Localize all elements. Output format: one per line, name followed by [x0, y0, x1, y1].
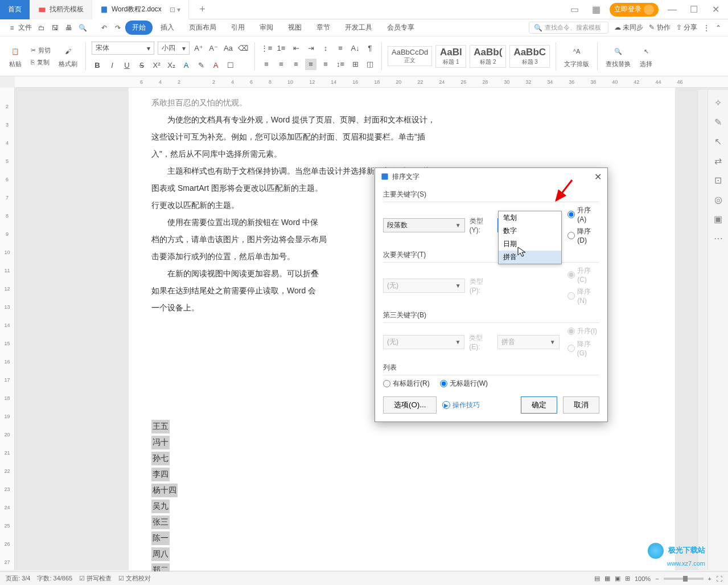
open-icon[interactable]: 🗀: [35, 22, 48, 34]
tab-review[interactable]: 审阅: [253, 21, 280, 35]
grow-font-icon[interactable]: A⁺: [193, 43, 204, 54]
minimize-button[interactable]: —: [664, 2, 680, 18]
fontfx-icon[interactable]: A: [180, 59, 192, 71]
page-status[interactable]: 页面: 3/4: [6, 574, 30, 583]
tab-layout[interactable]: 页面布局: [182, 21, 223, 35]
file-menu[interactable]: 文件: [18, 23, 32, 32]
selected-name-list[interactable]: 王五冯十孙七李四杨十四吴九张三陈一周八郑二赵六钱三蒋十二韩十三褚十一: [151, 418, 652, 585]
spell-check[interactable]: ☑ 拼写检查: [79, 574, 112, 583]
dropdown-option[interactable]: 笔划: [499, 211, 561, 224]
change-case-icon[interactable]: Aa: [223, 43, 234, 54]
border-icon[interactable]: ⊞: [349, 59, 361, 70]
close-button[interactable]: ✕: [708, 2, 723, 18]
key1-select[interactable]: 段落数▼: [383, 218, 465, 232]
indent-dec-icon[interactable]: ⇤: [290, 43, 302, 54]
shrink-font-icon[interactable]: A⁻: [208, 43, 219, 54]
tab-menu-icon[interactable]: ⊡ ▾: [170, 6, 180, 14]
sort-icon[interactable]: A↓: [349, 43, 361, 54]
view-icon-2[interactable]: ▦: [604, 575, 610, 582]
name-item[interactable]: 王五: [151, 420, 170, 433]
align-center-icon[interactable]: ≡: [275, 59, 287, 70]
style-normal[interactable]: AaBbCcDd正文: [388, 46, 432, 66]
name-item[interactable]: 冯十: [151, 436, 170, 449]
ruler-horizontal[interactable]: 6422468101214161820222426283032343638404…: [15, 76, 728, 88]
sidebar-icon-3[interactable]: ↖: [713, 136, 724, 147]
preview-icon[interactable]: 🔍: [76, 22, 89, 34]
key2-select[interactable]: (无)▼: [383, 279, 465, 293]
fill-icon[interactable]: ◫: [364, 59, 376, 70]
copy-button[interactable]: ⎘ 复制: [28, 58, 53, 67]
tab-section[interactable]: 章节: [310, 21, 337, 35]
zoom-out-icon[interactable]: −: [655, 575, 659, 582]
view-icon-3[interactable]: ▣: [615, 575, 620, 582]
sidebar-icon-8[interactable]: ⋯: [713, 232, 724, 244]
name-item[interactable]: 吴九: [151, 500, 170, 513]
name-item[interactable]: 杨十四: [151, 484, 178, 497]
zoom-in-icon[interactable]: +: [708, 575, 711, 582]
sidebar-icon-7[interactable]: ▣: [713, 213, 724, 224]
view-icon-4[interactable]: ⊞: [625, 575, 630, 582]
menu-icon[interactable]: ≡: [7, 23, 17, 33]
tab-start[interactable]: 开始: [125, 21, 153, 35]
redo-icon[interactable]: ↷: [112, 22, 124, 34]
scrollbar-vertical[interactable]: [698, 90, 708, 570]
sidebar-icon-5[interactable]: ⊡: [713, 174, 724, 186]
fmtpaint-group[interactable]: 🖌 格式刷: [56, 44, 80, 68]
sub-icon[interactable]: X₂: [166, 59, 177, 71]
sidebar-icon-1[interactable]: ✧: [713, 97, 724, 108]
super-icon[interactable]: X²: [151, 59, 162, 71]
name-item[interactable]: 陈一: [151, 531, 170, 545]
dropdown-option[interactable]: 日期: [499, 238, 561, 251]
clear-fmt-icon[interactable]: ⌫: [237, 43, 249, 54]
marks-icon[interactable]: ¶: [364, 43, 376, 54]
zoom-level[interactable]: 100%: [635, 575, 651, 582]
undo-icon[interactable]: ↶: [98, 22, 110, 34]
bullets-icon[interactable]: ⋮≡: [261, 43, 272, 54]
collapse-icon[interactable]: ⌃: [715, 24, 721, 32]
dialog-titlebar[interactable]: 排序文字 ✕: [375, 168, 607, 185]
name-item[interactable]: 周八: [151, 547, 170, 561]
more-icon[interactable]: ⋮: [703, 24, 710, 32]
name-item[interactable]: 张三: [151, 516, 170, 529]
style-h1[interactable]: AaBl标题 1: [435, 45, 466, 68]
tab-insert[interactable]: 插入: [154, 21, 181, 35]
fontcolor-icon[interactable]: A: [210, 59, 221, 71]
key3-select[interactable]: (无)▼: [383, 335, 464, 349]
sync-label[interactable]: ☁ 未同步: [614, 23, 643, 32]
fullscreen-icon[interactable]: ⛶: [716, 575, 722, 582]
paste-group[interactable]: 📋 粘贴: [6, 44, 25, 68]
cancel-button[interactable]: 取消: [563, 396, 599, 414]
bold-icon[interactable]: B: [92, 59, 103, 71]
name-item[interactable]: 孙七: [151, 452, 170, 465]
maximize-button[interactable]: ☐: [686, 2, 702, 18]
dropdown-option[interactable]: 拼音: [499, 251, 561, 264]
view-icon-1[interactable]: ▤: [594, 575, 600, 582]
no-header-row-radio[interactable]: 无标题行(W): [440, 379, 488, 388]
coop-label[interactable]: ✎ 协作: [649, 23, 670, 32]
search-input[interactable]: 🔍 查找命令、搜索模板: [529, 22, 608, 34]
print-icon[interactable]: 🖶: [63, 22, 75, 34]
tab-new[interactable]: +: [189, 3, 216, 15]
asc-a-radio[interactable]: 升序(A): [567, 206, 599, 223]
tips-link[interactable]: ▶操作技巧: [442, 400, 480, 410]
sidebar-icon-6[interactable]: ◎: [713, 194, 724, 205]
name-item[interactable]: 李四: [151, 468, 170, 481]
tab-home[interactable]: 首页: [0, 0, 30, 19]
type-dropdown[interactable]: 笔划数字日期拼音: [498, 211, 562, 264]
styles-gallery[interactable]: AaBbCcDd正文 AaBl标题 1 AaBb(标题 2 AaBbC标题 3: [388, 45, 550, 68]
spacing1-icon[interactable]: ↕: [320, 43, 331, 54]
indent-inc-icon[interactable]: ⇥: [305, 43, 316, 54]
tab-document[interactable]: Word教程2.docx ⊡ ▾: [92, 0, 189, 19]
options-button[interactable]: 选项(O)...: [383, 396, 437, 414]
underline-icon[interactable]: U: [121, 59, 133, 71]
sidebar-icon-4[interactable]: ⇄: [713, 155, 724, 166]
italic-icon[interactable]: I: [106, 59, 118, 71]
style-h3[interactable]: AaBbC标题 3: [509, 45, 550, 68]
strike-icon[interactable]: S̶: [136, 59, 147, 71]
align-right-icon[interactable]: ≡: [290, 59, 302, 70]
ruler-vertical[interactable]: 2345678910111213141516171819202122232425…: [0, 88, 15, 570]
highlight-icon[interactable]: ✎: [195, 59, 207, 71]
tab-docker[interactable]: 找稻壳模板: [30, 0, 92, 19]
dialog-close-icon[interactable]: ✕: [594, 171, 602, 182]
textlayout-group[interactable]: ᴬA 文字排版: [562, 44, 591, 68]
